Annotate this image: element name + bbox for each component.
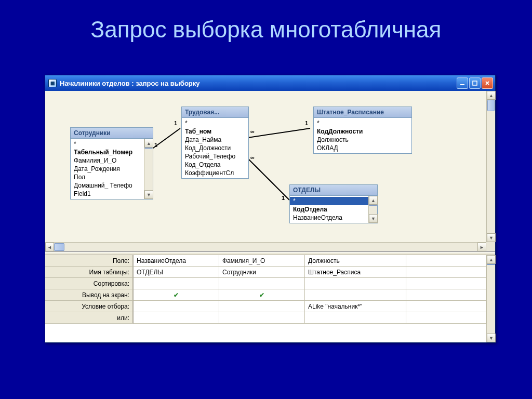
field-list-scrollbar[interactable]: ▲ ▼ <box>368 196 377 223</box>
grid-cell[interactable] <box>406 312 486 324</box>
grid-label-table: Имя таблицы: <box>45 267 134 278</box>
grid-cell[interactable]: Фамилия_И_О <box>219 255 305 267</box>
field-item[interactable]: Домашний_ Телефо <box>71 181 144 190</box>
field-item[interactable]: Таб_ном <box>182 127 248 136</box>
scroll-down-icon[interactable]: ▼ <box>369 214 378 223</box>
field-item[interactable]: Дата_Найма <box>182 136 248 144</box>
field-item[interactable]: Дата_Рождения <box>71 165 144 173</box>
grid-label-field: Поле: <box>45 255 134 267</box>
svg-rect-0 <box>460 84 464 85</box>
diagram-vertical-scrollbar[interactable]: ▲ ▼ <box>486 91 495 242</box>
grid-cell[interactable] <box>305 278 406 289</box>
field-item[interactable]: Пол <box>71 173 144 181</box>
window-title: Началиники отделов : запрос на выборку <box>60 79 200 87</box>
table-schedule[interactable]: Штатное_Расписание * КодДолжности Должно… <box>313 107 412 154</box>
grid-cell[interactable] <box>219 301 305 312</box>
join-cardinality-one: 1 <box>154 142 157 148</box>
scroll-up-icon[interactable]: ▲ <box>487 91 496 100</box>
field-item[interactable]: КодОтдела <box>290 205 368 214</box>
table-header[interactable]: Сотрудники <box>71 128 153 139</box>
close-button[interactable] <box>482 77 493 89</box>
grid-cell[interactable] <box>406 289 486 301</box>
field-item[interactable]: Код_Отдела <box>182 161 248 169</box>
minimize-button[interactable] <box>457 77 468 89</box>
grid-cell[interactable]: НазваниеОтдела <box>134 255 219 267</box>
field-item[interactable]: КоэффициентСл <box>182 169 248 177</box>
grid-cell[interactable] <box>134 301 219 312</box>
scroll-right-icon[interactable]: ► <box>477 243 486 251</box>
grid-cell[interactable]: Сотрудники <box>219 267 305 278</box>
field-item[interactable]: ОКЛАД <box>314 144 411 152</box>
field-item[interactable]: * <box>182 119 248 127</box>
field-item[interactable]: Field1 <box>71 190 144 198</box>
grid-show-checkbox[interactable] <box>305 289 406 301</box>
table-header[interactable]: Трудовая... <box>182 107 248 118</box>
grid-cell[interactable] <box>219 312 305 324</box>
grid-cell[interactable] <box>406 267 486 278</box>
grid-show-checkbox[interactable]: ✔ <box>219 289 305 301</box>
window-titlebar[interactable]: ▦ Началиники отделов : запрос на выборку <box>45 75 495 91</box>
join-cardinality-one: 1 <box>174 120 177 126</box>
table-work[interactable]: Трудовая... * Таб_ном Дата_Найма Код_Дол… <box>181 107 249 179</box>
field-item[interactable]: Фамилия_И_О <box>71 156 144 165</box>
query-design-window: ▦ Началиники отделов : запрос на выборку… <box>45 75 496 343</box>
scroll-up-icon[interactable]: ▲ <box>369 196 378 205</box>
table-employees[interactable]: Сотрудники * Табельный_Номер Фамилия_И_О… <box>70 127 153 200</box>
field-item[interactable]: * <box>314 119 411 127</box>
scroll-left-icon[interactable]: ◄ <box>45 243 54 251</box>
maximize-button[interactable] <box>469 77 481 89</box>
app-icon: ▦ <box>48 79 57 87</box>
field-item[interactable]: НазваниеОтдела <box>290 214 368 222</box>
diagram-horizontal-scrollbar[interactable]: ◄ ► <box>45 242 486 251</box>
join-cardinality-one: 1 <box>282 195 285 201</box>
scroll-down-icon[interactable]: ▼ <box>144 190 153 199</box>
grid-vertical-scrollbar[interactable]: ▲ ▼ <box>486 255 495 342</box>
grid-label-sort: Сортировка: <box>45 278 134 289</box>
scroll-up-icon[interactable]: ▲ <box>487 255 496 264</box>
grid-label-criteria: Условие отбора: <box>45 301 134 312</box>
join-cardinality-one: 1 <box>305 120 308 126</box>
field-item[interactable]: * <box>71 140 144 148</box>
check-icon: ✔ <box>174 291 179 299</box>
table-header[interactable]: Штатное_Расписание <box>314 107 411 118</box>
grid-cell[interactable] <box>406 301 486 312</box>
table-diagram-pane[interactable]: 1 1 ∞ 1 ∞ 1 Сотрудники * Табельный_Номер… <box>45 91 495 252</box>
grid-cell[interactable] <box>406 255 486 267</box>
query-grid-pane[interactable]: Поле: НазваниеОтдела Фамилия_И_О Должнос… <box>45 255 495 342</box>
svg-rect-1 <box>473 81 477 85</box>
check-icon: ✔ <box>259 291 264 299</box>
grid-cell[interactable] <box>305 312 406 324</box>
grid-cell[interactable]: ОТДЕЛЫ <box>134 267 219 278</box>
field-item[interactable]: Табельный_Номер <box>71 148 144 156</box>
grid-label-or: или: <box>45 312 134 324</box>
grid-cell[interactable] <box>219 278 305 289</box>
field-item[interactable]: Должность <box>314 136 411 144</box>
field-item[interactable]: * <box>290 197 368 205</box>
grid-cell[interactable] <box>134 312 219 324</box>
scroll-up-icon[interactable]: ▲ <box>144 139 153 148</box>
field-item[interactable]: Код_Должности <box>182 144 248 152</box>
grid-cell[interactable]: ALike "начальник*" <box>305 301 406 312</box>
field-item[interactable]: Рабочий_Телефо <box>182 152 248 161</box>
grid-cell[interactable]: Штатное_Расписа <box>305 267 406 278</box>
field-item[interactable]: КодДолжности <box>314 127 411 136</box>
grid-show-checkbox[interactable]: ✔ <box>134 289 219 301</box>
scroll-corner <box>486 242 495 251</box>
join-cardinality-many: ∞ <box>250 128 255 135</box>
field-list-scrollbar[interactable]: ▲ ▼ <box>144 139 153 199</box>
slide-title: Запрос выборка многотабличная <box>0 0 532 53</box>
grid-cell[interactable] <box>134 278 219 289</box>
grid-cell[interactable]: Должность <box>305 255 406 267</box>
scroll-down-icon[interactable]: ▼ <box>487 334 496 342</box>
grid-label-show: Вывод на экран: <box>45 289 134 301</box>
join-cardinality-many: ∞ <box>250 154 255 161</box>
scroll-down-icon[interactable]: ▼ <box>487 233 496 242</box>
table-depts[interactable]: ОТДЕЛЫ * КодОтдела НазваниеОтдела ▲ ▼ <box>289 184 378 223</box>
table-header[interactable]: ОТДЕЛЫ <box>290 185 377 196</box>
grid-cell[interactable] <box>406 278 486 289</box>
